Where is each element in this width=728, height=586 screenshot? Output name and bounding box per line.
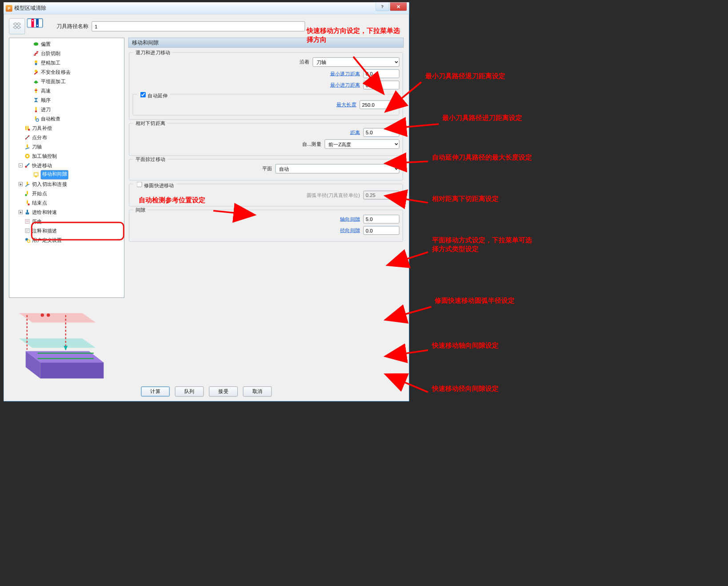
svg-line-63 <box>213 211 253 215</box>
svg-line-54 <box>353 57 383 93</box>
svg-line-58 <box>387 196 428 203</box>
svg-line-55 <box>387 82 421 111</box>
svg-line-56 <box>387 124 439 129</box>
svg-line-57 <box>387 161 428 164</box>
svg-line-62 <box>387 375 428 392</box>
svg-line-60 <box>387 307 432 320</box>
svg-line-59 <box>389 252 428 265</box>
arrow-layer <box>0 0 546 440</box>
svg-line-61 <box>387 350 428 357</box>
